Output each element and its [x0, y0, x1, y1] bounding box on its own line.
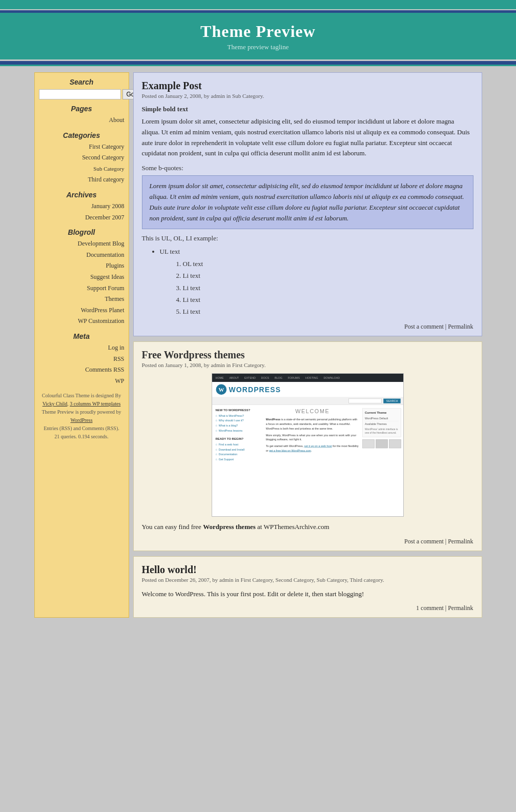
categories-heading: Categories — [39, 131, 125, 139]
footer-text1: Colourful Class Theme is designed By — [42, 393, 121, 398]
category-link-third[interactable]: Third category — [88, 176, 125, 183]
search-heading: Search — [39, 78, 125, 86]
post-example-bold-heading: Simple bold text — [142, 105, 473, 113]
subheader-bar1 — [0, 61, 516, 65]
blogroll-item-7: WP Customization — [39, 316, 125, 327]
sidebar: Search Go! Pages About Categories First … — [34, 72, 129, 618]
category-link-sub[interactable]: Sub Category — [93, 166, 124, 172]
blogroll-item-6: WordPress Planet — [39, 305, 125, 316]
meta-heading: Meta — [39, 332, 125, 340]
blogroll-item-3: Suggest Ideas — [39, 272, 125, 283]
pages-link-about[interactable]: About — [109, 116, 125, 124]
blogroll-link-1[interactable]: Documentation — [87, 251, 125, 258]
wp-new-to-wp: NEW TO WORDPRESS? — [215, 408, 262, 411]
footer-text4: 21 queries. 0.194 seconds. — [54, 434, 109, 439]
wp-nav-extend: EXTEND — [244, 376, 255, 379]
site-title: Theme Preview — [0, 22, 516, 41]
wp-nav-download: DOWNLOAD — [323, 376, 340, 379]
footer-link-vicky[interactable]: Vicky Child — [43, 401, 68, 407]
header-top-teal-bar — [0, 0, 516, 9]
category-item-second: Second Category — [39, 152, 125, 164]
meta-item-2: Comments RSS — [39, 364, 125, 376]
blogroll-item-5: Themes — [39, 294, 125, 305]
meta-link-3[interactable]: WP — [115, 377, 125, 384]
blogroll-link-5[interactable]: Themes — [105, 295, 125, 302]
post-hello-footer: 1 comment | Permalink — [142, 604, 473, 612]
wp-nav-home: HOME — [215, 376, 223, 379]
wp-sidebar-item2: Available Themes — [365, 421, 399, 427]
post-example-ul-intro: This is UL, OL, LI example: — [142, 234, 473, 242]
archives-heading: Archives — [39, 191, 125, 199]
meta-link-2[interactable]: Comments RSS — [85, 366, 124, 373]
blogroll-link-2[interactable]: Plugins — [106, 262, 124, 269]
post-free-content: You can easy find free Wordpress themes … — [142, 522, 473, 533]
wp-nav-about: ABOUT — [229, 376, 239, 379]
blogroll-link-6[interactable]: WordPress Planet — [81, 307, 125, 314]
wp-mock-search-input[interactable] — [348, 398, 382, 403]
li-item-0: Li text — [183, 270, 473, 281]
meta-link-1[interactable]: RSS — [113, 355, 124, 362]
category-link-second[interactable]: Second Category — [82, 154, 124, 161]
post-example-ul: UL text — [160, 246, 473, 257]
wp-nav-hosting: HOSTING — [305, 376, 318, 379]
blogroll-link-0[interactable]: Development Blog — [78, 240, 125, 247]
blogroll-link-7[interactable]: WP Customization — [78, 317, 125, 324]
post-example-ol: OL text Li text Li text Li text Li text — [183, 258, 473, 318]
blogroll-item-0: Development Blog — [39, 238, 125, 250]
li-item-1: Li text — [183, 282, 473, 294]
sidebar-footer: Colourful Class Theme is designed By Vic… — [39, 392, 125, 441]
search-input[interactable] — [39, 89, 121, 99]
archive-link-jan[interactable]: January 2008 — [91, 202, 124, 210]
meta-link-0[interactable]: Log in — [108, 344, 125, 351]
wp-nav-blog: BLOG — [274, 376, 282, 379]
archive-link-dec[interactable]: December 2007 — [85, 214, 124, 221]
pages-item-about: About — [39, 115, 125, 126]
site-header: Theme Preview Theme preview tagline — [0, 13, 516, 59]
post-example-footer-link[interactable]: Post a comment | Permalink — [404, 323, 473, 330]
wp-ready-items: ☆ Find a web host☆ Download and Install☆… — [215, 442, 262, 462]
blogroll-list: Development Blog Documentation Plugins S… — [39, 238, 125, 327]
blogroll-link-4[interactable]: Support Forum — [87, 285, 124, 292]
post-example-meta: Posted on January 2, 2008, by admin in S… — [142, 93, 473, 99]
archives-list: January 2008 December 2007 — [39, 201, 125, 223]
archive-item-jan: January 2008 — [39, 201, 125, 212]
category-link-first[interactable]: First Category — [89, 143, 125, 150]
post-example: Example Post Posted on January 2, 2008, … — [133, 72, 482, 336]
post-free-themes: Free Wordpress themes Posted on January … — [133, 341, 482, 551]
post-hello-title: Hello world! — [142, 564, 473, 576]
post-free-meta: Posted on January 1, 2008, by admin in F… — [142, 362, 473, 368]
wp-intro-text: WordPress is a state-of-the-art semantic… — [265, 417, 359, 431]
blogroll-item-1: Documentation — [39, 250, 125, 261]
pages-heading: Pages — [39, 105, 125, 113]
blogroll-item-2: Plugins — [39, 260, 125, 272]
post-hello-world: Hello world! Posted on December 26, 2007… — [133, 556, 482, 618]
footer-text3: Entries (RSS) and Comments (RSS). — [44, 425, 119, 431]
wp-more-text: More simply, WordPress is what you use w… — [265, 433, 359, 441]
ul-item: UL text — [160, 246, 473, 257]
wp-sidebar-item1: WordPress Default — [365, 416, 399, 421]
post-free-footer-link[interactable]: Post a comment | Permalink — [404, 538, 473, 545]
main-content: Example Post Posted on January 2, 2008, … — [133, 72, 482, 618]
wp-nav-docs: DOCS — [261, 376, 269, 379]
ol-item: OL text — [183, 258, 473, 270]
footer-text2: Theme Preview is proudly powered by — [42, 409, 121, 415]
wp-nav-forums: FORUMS — [287, 376, 299, 379]
post-hello-content: Welcome to WordPress. This is your first… — [142, 589, 473, 600]
post-hello-footer-link[interactable]: 1 comment | Permalink — [416, 604, 473, 612]
category-item-third: Third category — [39, 174, 125, 186]
wp-welcome-heading: WELCOME — [265, 408, 359, 414]
post-example-para1: Lorem ipsum dolor sit amet, consectetur … — [142, 116, 473, 159]
footer-link-3col[interactable]: 3 columns WP templates — [70, 401, 120, 407]
post-hello-meta: Posted on December 26, 2007, by admin in… — [142, 577, 473, 583]
wp-mock-search-button[interactable]: SEARCH — [383, 398, 400, 403]
blogroll-heading: Blogroll — [39, 228, 125, 236]
post-example-blockquote: Lorem ipsum dolor sit amet, consectetur … — [142, 175, 473, 229]
blogroll-item-4: Support Forum — [39, 283, 125, 294]
footer-link-wp[interactable]: WordPress — [70, 417, 92, 423]
wp-ready-title: READY TO BEGIN? — [215, 437, 262, 440]
meta-item-0: Log in — [39, 342, 125, 354]
archive-item-dec: December 2007 — [39, 212, 125, 224]
meta-item-3: WP — [39, 376, 125, 387]
blogroll-link-3[interactable]: Suggest Ideas — [90, 273, 124, 280]
category-item-first: First Category — [39, 141, 125, 153]
